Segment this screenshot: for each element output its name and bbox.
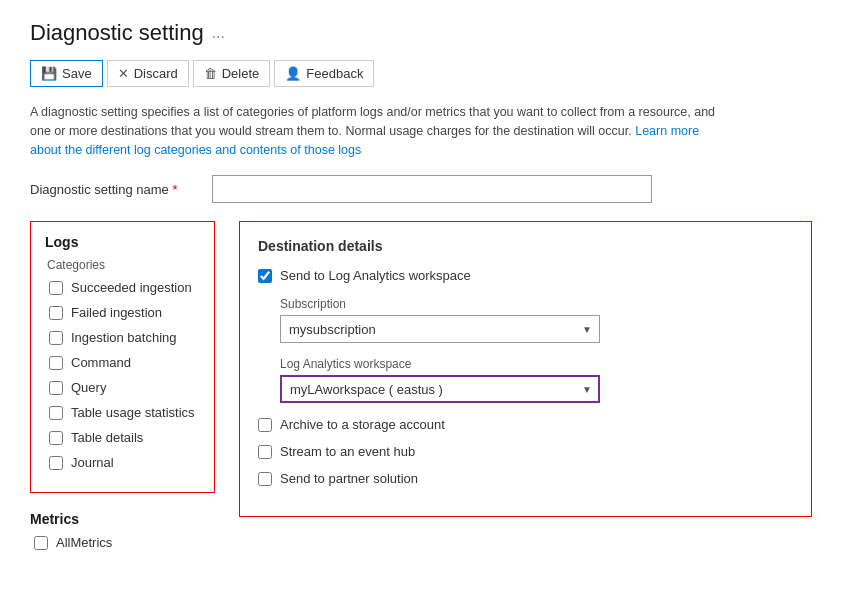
log-item-query: Query bbox=[45, 380, 200, 395]
destination-section-title: Destination details bbox=[258, 238, 793, 254]
log-label-failed-ingestion[interactable]: Failed ingestion bbox=[71, 305, 162, 320]
send-partner-checkbox[interactable] bbox=[258, 472, 272, 486]
name-field-row: Diagnostic setting name * bbox=[30, 175, 812, 203]
save-icon: 💾 bbox=[41, 66, 57, 81]
send-log-analytics-checkbox[interactable] bbox=[258, 269, 272, 283]
log-label-command[interactable]: Command bbox=[71, 355, 131, 370]
log-label-succeeded-ingestion[interactable]: Succeeded ingestion bbox=[71, 280, 192, 295]
log-checkbox-failed-ingestion[interactable] bbox=[49, 306, 63, 320]
workspace-select-wrapper: myLAworkspace ( eastus ) ▼ bbox=[280, 375, 600, 403]
description-body: A diagnostic setting specifies a list of… bbox=[30, 105, 715, 138]
diagnostic-setting-name-input[interactable] bbox=[212, 175, 652, 203]
log-label-journal[interactable]: Journal bbox=[71, 455, 114, 470]
metric-checkbox-allmetrics[interactable] bbox=[34, 536, 48, 550]
subscription-select[interactable]: mysubscription bbox=[280, 315, 600, 343]
delete-icon: 🗑 bbox=[204, 66, 217, 81]
stream-event-hub-checkbox[interactable] bbox=[258, 445, 272, 459]
log-item-table-details: Table details bbox=[45, 430, 200, 445]
metrics-section: Metrics AllMetrics bbox=[30, 511, 215, 550]
log-item-table-usage-statistics: Table usage statistics bbox=[45, 405, 200, 420]
send-log-analytics-label[interactable]: Send to Log Analytics workspace bbox=[280, 268, 471, 283]
logs-section: Logs Categories Succeeded ingestion Fail… bbox=[30, 221, 215, 493]
log-label-query[interactable]: Query bbox=[71, 380, 106, 395]
save-label: Save bbox=[62, 66, 92, 81]
log-checkbox-table-usage-statistics[interactable] bbox=[49, 406, 63, 420]
log-label-table-details[interactable]: Table details bbox=[71, 430, 143, 445]
metric-item-allmetrics: AllMetrics bbox=[30, 535, 215, 550]
log-item-command: Command bbox=[45, 355, 200, 370]
send-log-analytics-row: Send to Log Analytics workspace bbox=[258, 268, 793, 283]
send-partner-row: Send to partner solution bbox=[258, 471, 793, 486]
log-item-ingestion-batching: Ingestion batching bbox=[45, 330, 200, 345]
categories-label: Categories bbox=[45, 258, 200, 272]
archive-storage-row: Archive to a storage account bbox=[258, 417, 793, 432]
feedback-label: Feedback bbox=[306, 66, 363, 81]
workspace-label: Log Analytics workspace bbox=[280, 357, 793, 371]
archive-storage-label[interactable]: Archive to a storage account bbox=[280, 417, 445, 432]
toolbar: 💾 Save ✕ Discard 🗑 Delete 👤 Feedback bbox=[30, 60, 812, 87]
log-checkbox-table-details[interactable] bbox=[49, 431, 63, 445]
log-checkbox-command[interactable] bbox=[49, 356, 63, 370]
workspace-select[interactable]: myLAworkspace ( eastus ) bbox=[280, 375, 600, 403]
left-panel: Logs Categories Succeeded ingestion Fail… bbox=[30, 221, 215, 560]
page-title-ellipsis[interactable]: ... bbox=[212, 24, 225, 42]
log-item-succeeded-ingestion: Succeeded ingestion bbox=[45, 280, 200, 295]
logs-section-title: Logs bbox=[45, 234, 200, 250]
log-label-table-usage-statistics[interactable]: Table usage statistics bbox=[71, 405, 195, 420]
main-layout: Logs Categories Succeeded ingestion Fail… bbox=[30, 221, 812, 560]
subscription-label: Subscription bbox=[280, 297, 793, 311]
archive-storage-checkbox[interactable] bbox=[258, 418, 272, 432]
send-partner-label[interactable]: Send to partner solution bbox=[280, 471, 418, 486]
workspace-field-group: Log Analytics workspace myLAworkspace ( … bbox=[280, 357, 793, 403]
discard-button[interactable]: ✕ Discard bbox=[107, 60, 189, 87]
feedback-button[interactable]: 👤 Feedback bbox=[274, 60, 374, 87]
save-button[interactable]: 💾 Save bbox=[30, 60, 103, 87]
metric-label-allmetrics[interactable]: AllMetrics bbox=[56, 535, 112, 550]
page-title: Diagnostic setting bbox=[30, 20, 204, 46]
log-checkbox-journal[interactable] bbox=[49, 456, 63, 470]
feedback-icon: 👤 bbox=[285, 66, 301, 81]
stream-event-hub-label[interactable]: Stream to an event hub bbox=[280, 444, 415, 459]
discard-icon: ✕ bbox=[118, 66, 129, 81]
metrics-section-title: Metrics bbox=[30, 511, 215, 527]
log-checkbox-ingestion-batching[interactable] bbox=[49, 331, 63, 345]
required-marker: * bbox=[172, 182, 177, 197]
discard-label: Discard bbox=[134, 66, 178, 81]
log-checkbox-succeeded-ingestion[interactable] bbox=[49, 281, 63, 295]
subscription-select-wrapper: mysubscription ▼ bbox=[280, 315, 600, 343]
delete-button[interactable]: 🗑 Delete bbox=[193, 60, 271, 87]
stream-event-hub-row: Stream to an event hub bbox=[258, 444, 793, 459]
page-title-row: Diagnostic setting ... bbox=[30, 20, 812, 46]
log-item-failed-ingestion: Failed ingestion bbox=[45, 305, 200, 320]
name-field-label: Diagnostic setting name * bbox=[30, 182, 200, 197]
description-text: A diagnostic setting specifies a list of… bbox=[30, 103, 730, 159]
log-label-ingestion-batching[interactable]: Ingestion batching bbox=[71, 330, 177, 345]
log-checkbox-query[interactable] bbox=[49, 381, 63, 395]
subscription-field-group: Subscription mysubscription ▼ bbox=[280, 297, 793, 343]
log-item-journal: Journal bbox=[45, 455, 200, 470]
delete-label: Delete bbox=[222, 66, 260, 81]
destination-section: Destination details Send to Log Analytic… bbox=[239, 221, 812, 517]
